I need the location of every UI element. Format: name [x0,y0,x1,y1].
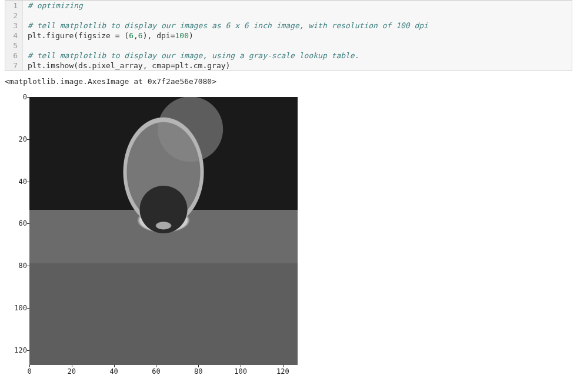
y-tick-label: 60 [5,219,27,227]
y-tick-mark [27,266,29,266]
y-tick-label: 120 [5,346,27,354]
code-content[interactable]: plt.figure(figsize = (6,6), dpi=100) [23,31,194,41]
y-tick-label: 0 [5,93,27,101]
y-tick-label: 20 [5,135,27,143]
y-tick-mark [27,350,29,351]
line-number: 7 [5,61,23,71]
figure-output: 020406080100120 020406080100120 [5,95,299,377]
x-tick-mark [114,365,115,367]
code-content[interactable]: plt.imshow(ds.pixel_array, cmap=plt.cm.g… [23,61,230,71]
y-tick-mark [27,182,29,182]
x-tick-mark [156,365,156,367]
line-number: 6 [5,51,23,61]
x-tick-label: 0 [27,367,31,376]
y-tick-label: 100 [5,304,27,312]
code-line[interactable]: 5 [5,41,572,51]
code-line[interactable]: 2 [5,11,572,21]
x-tick-label: 120 [276,367,289,376]
line-number: 1 [5,1,23,11]
code-line[interactable]: 7plt.imshow(ds.pixel_array, cmap=plt.cm.… [5,61,572,71]
code-content[interactable]: # tell matplotlib to display our image, … [23,51,359,61]
line-number: 5 [5,41,23,51]
code-line[interactable]: 3# tell matplotlib to display our images… [5,21,572,31]
x-tick-label: 40 [109,367,118,376]
x-tick-mark [283,365,284,367]
y-tick-mark [27,308,29,309]
x-tick-mark [198,365,199,367]
line-number: 4 [5,31,23,41]
code-line[interactable]: 6# tell matplotlib to display our image,… [5,51,572,61]
y-tick-mark [27,139,29,140]
y-tick-label: 40 [5,177,27,186]
x-tick-mark [72,365,72,367]
x-tick-mark [29,365,30,367]
x-tick-label: 20 [68,367,76,376]
code-content[interactable] [23,11,32,21]
code-content[interactable]: # optimizing [23,1,83,11]
code-input-cell[interactable]: 1# optimizing2 3# tell matplotlib to dis… [5,0,572,71]
image-plot [29,97,298,365]
x-tick-label: 60 [152,367,160,376]
axes: 020406080100120 020406080100120 [5,95,299,377]
code-content[interactable] [23,41,32,51]
x-tick-mark [241,365,241,367]
y-tick-mark [27,223,29,224]
y-tick-mark [27,97,29,98]
code-line[interactable]: 4plt.figure(figsize = (6,6), dpi=100) [5,31,572,41]
x-tick-label: 80 [194,367,202,376]
code-line[interactable]: 1# optimizing [5,1,572,11]
y-tick-label: 80 [5,262,27,270]
line-number: 3 [5,21,23,31]
x-tick-label: 100 [234,367,247,376]
line-number: 2 [5,11,23,21]
output-repr: <matplotlib.image.AxesImage at 0x7f2ae56… [0,76,577,92]
code-content[interactable]: # tell matplotlib to display our images … [23,21,428,31]
